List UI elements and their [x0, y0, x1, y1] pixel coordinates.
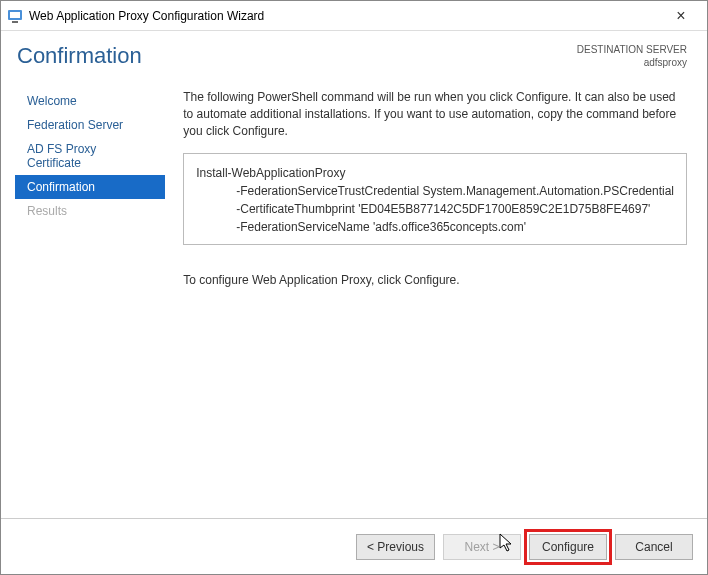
- sidebar-item-confirmation[interactable]: Confirmation: [15, 175, 165, 199]
- svg-rect-2: [12, 21, 18, 23]
- app-icon: [7, 8, 23, 24]
- sidebar-item-welcome[interactable]: Welcome: [15, 89, 165, 113]
- wizard-footer: < Previous Next > Configure Cancel: [1, 518, 707, 574]
- destination-server-label: DESTINATION SERVER: [577, 43, 687, 56]
- post-note: To configure Web Application Proxy, clic…: [183, 273, 687, 287]
- configure-button[interactable]: Configure: [529, 534, 607, 560]
- ps-param-thumbprint: -CertificateThumbprint 'ED04E5B877142C5D…: [196, 200, 674, 218]
- titlebar: Web Application Proxy Configuration Wiza…: [1, 1, 707, 31]
- ps-param-servicename: -FederationServiceName 'adfs.office365co…: [196, 218, 674, 236]
- intro-text: The following PowerShell command will be…: [183, 89, 687, 139]
- previous-button[interactable]: < Previous: [356, 534, 435, 560]
- next-button: Next >: [443, 534, 521, 560]
- wizard-body: Welcome Federation Server AD FS Proxy Ce…: [1, 75, 707, 518]
- main-panel: The following PowerShell command will be…: [165, 83, 693, 518]
- ps-command-name: Install-WebApplicationProxy: [196, 166, 345, 180]
- cancel-button[interactable]: Cancel: [615, 534, 693, 560]
- window-title: Web Application Proxy Configuration Wiza…: [29, 9, 661, 23]
- page-heading: Confirmation: [17, 43, 577, 69]
- ps-param-credential: -FederationServiceTrustCredential System…: [196, 182, 674, 200]
- destination-server-value: adfsproxy: [577, 56, 687, 69]
- sidebar-item-results: Results: [15, 199, 165, 223]
- sidebar-item-federation-server[interactable]: Federation Server: [15, 113, 165, 137]
- close-button[interactable]: ×: [661, 7, 701, 25]
- svg-rect-1: [10, 12, 20, 18]
- destination-server-block: DESTINATION SERVER adfsproxy: [577, 43, 687, 69]
- wizard-header: Confirmation DESTINATION SERVER adfsprox…: [1, 31, 707, 75]
- powershell-command-box[interactable]: Install-WebApplicationProxy -FederationS…: [183, 153, 687, 245]
- step-sidebar: Welcome Federation Server AD FS Proxy Ce…: [15, 83, 165, 518]
- sidebar-item-adfs-proxy-certificate[interactable]: AD FS Proxy Certificate: [15, 137, 165, 175]
